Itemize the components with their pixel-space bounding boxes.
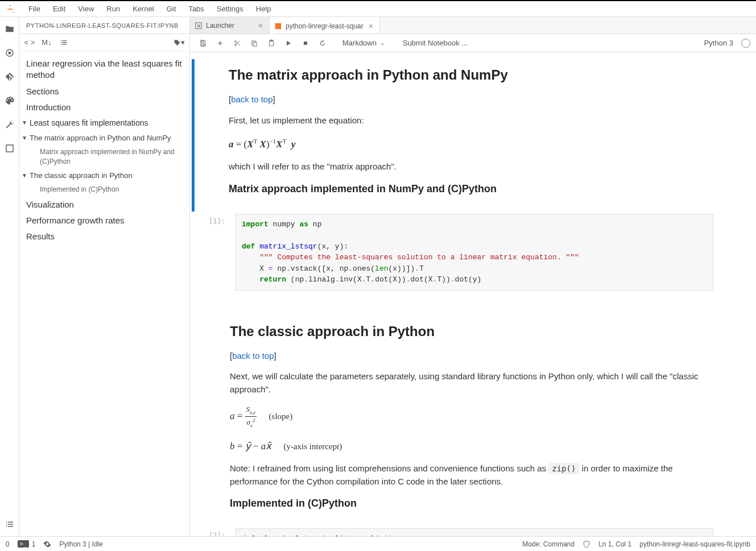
close-icon[interactable]: × [257,22,265,30]
paragraph: which I will refer to as the "matrix app… [229,160,712,173]
statusbar: 0 >_1 Python 3 | Idle Mode: Command Ln 1… [0,536,756,551]
status-problems[interactable]: 0 [6,540,10,548]
activity-bar [0,17,19,536]
caret-down-icon[interactable]: ▼ [19,118,30,127]
code-cell[interactable]: [1]: import numpy as np def matrix_lstsq… [190,213,756,292]
tab-label: python-linregr-least-squar [286,22,363,30]
toc-item[interactable]: Matrix approach implemented in NumPy and… [19,145,189,168]
heading-matrix-approach: The matrix approach in Python and NumPy [229,65,712,85]
copy-icon[interactable] [247,36,262,51]
svg-rect-13 [304,42,307,45]
markdown-cell[interactable]: The classic approach in Python [back to … [190,314,756,528]
menu-settings[interactable]: Settings [211,2,249,15]
toc-item[interactable]: Performance growth rates [19,213,189,229]
menu-view[interactable]: View [72,2,100,15]
heading-classic-approach: The classic approach in Python [230,321,713,342]
breadcrumb: PYTHON-LINREGR-LEAST-SQUARES-FIT.IPYNB [26,22,179,29]
toc-item[interactable]: ▼ The matrix approach in Python and NumP… [19,131,189,146]
paste-icon[interactable] [264,36,279,51]
status-terminals[interactable]: >_1 [18,540,36,548]
heading-classic-impl: Implemented in (C)Python [230,496,713,511]
palette-icon[interactable] [5,96,15,106]
shield-icon[interactable] [583,540,590,548]
tag-icon[interactable]: ▾ [173,37,185,48]
toc-title[interactable]: Linear regression via the least squares … [19,56,189,84]
content-area: Launcher × python-linregr-least-squar × [190,17,756,536]
toc-icon[interactable] [5,519,15,529]
toc-sections[interactable]: Sections [19,84,189,100]
paragraph: First, let us implement the equation: [229,114,712,127]
menu-help[interactable]: Help [250,2,277,15]
status-settings-icon[interactable] [43,540,51,548]
git-icon[interactable] [5,72,15,82]
tab-notebook[interactable]: python-linregr-least-squar × [270,17,380,34]
toc-item[interactable]: Visualization [19,197,189,213]
menu-file[interactable]: File [23,2,46,15]
tab-launcher[interactable]: Launcher × [190,17,270,34]
notebook-icon [274,22,282,30]
menu-git[interactable]: Git [161,2,182,15]
paragraph: Next, we will calculate the parameters s… [230,370,713,396]
status-cursor[interactable]: Ln 1, Col 1 [598,540,631,548]
menu-edit[interactable]: Edit [47,2,71,15]
status-mode[interactable]: Mode: Command [522,540,575,548]
status-filename[interactable]: python-linregr-least-squares-fit.ipynb [639,540,750,548]
toc-item[interactable]: Introduction [19,100,189,115]
folder-icon[interactable] [5,24,15,34]
save-icon[interactable] [196,36,210,51]
cell-type-select[interactable]: Markdown ⌄ [338,39,389,47]
code-input[interactable]: import numpy as np def matrix_lstsqr(x, … [236,214,713,291]
menu-tabs[interactable]: Tabs [183,2,209,15]
caret-down-icon[interactable]: ▼ [19,133,30,142]
kernel-status-icon[interactable] [741,39,750,48]
code-input[interactable]: def classic_lstsqr(x_list, y_list): """ … [236,528,713,536]
kernel-name[interactable]: Python 3 [704,39,733,47]
toc-item[interactable]: ▼ The classic approach in Python [19,168,189,183]
status-kernel[interactable]: Python 3 | Idle [59,540,103,548]
markdown-icon[interactable]: M↓ [41,37,52,48]
restart-icon[interactable] [315,36,330,51]
cut-icon[interactable] [230,36,245,51]
svg-rect-3 [8,52,11,55]
svg-rect-4 [6,145,13,152]
stop-icon[interactable] [298,36,313,51]
notebook-toolbar: Markdown ⌄ Submit Notebook ... Python 3 [190,34,756,52]
equation-intercept: b = ȳ − ax̄ (y-axis intercept) [230,439,713,454]
menu-kernel[interactable]: Kernel [127,2,160,15]
jupyter-logo [5,3,16,15]
wrench-icon[interactable] [5,119,15,130]
extension-icon[interactable] [5,143,15,154]
add-icon[interactable] [213,36,228,51]
svg-rect-6 [275,23,282,29]
menubar: File Edit View Run Kernel Git Tabs Setti… [0,1,756,17]
close-icon[interactable]: × [367,22,375,30]
code-cell[interactable]: [2]: def classic_lstsqr(x_list, y_list):… [190,527,756,536]
sidebar: PYTHON-LINREGR-LEAST-SQUARES-FIT.IPYNB <… [19,17,190,536]
tab-bar: Launcher × python-linregr-least-squar × [190,17,756,34]
toc-item[interactable]: Implemented in (C)Python [19,183,189,196]
paragraph: Note: I refrained from using list compre… [230,462,713,488]
back-to-top-link: [back to top] [229,93,712,106]
run-icon[interactable] [281,36,296,51]
menu-run[interactable]: Run [101,2,126,15]
expand-code-icon[interactable]: < > [24,37,35,48]
cell-prompt: [1]: [196,214,230,291]
heading-matrix-impl: Matrix approach implemented in NumPy and… [229,181,712,197]
numbered-list-icon[interactable] [58,37,69,48]
tab-label: Launcher [206,22,253,30]
equation-slope: a = Sx,yσx2 (slope) [230,404,713,430]
svg-point-1 [13,12,14,13]
toc-item[interactable]: ▼ Least squares fit implementations [19,115,189,131]
cell-prompt: [2]: [196,528,230,536]
caret-down-icon[interactable]: ▼ [19,171,30,180]
svg-rect-10 [253,42,257,46]
launcher-icon [195,22,203,30]
markdown-cell[interactable]: The matrix approach in Python and NumPy … [190,58,756,213]
submit-notebook-button[interactable]: Submit Notebook ... [403,39,468,47]
toc-item[interactable]: Results [19,229,189,245]
running-icon[interactable] [5,48,15,58]
chevron-down-icon: ⌄ [380,40,385,46]
svg-point-0 [10,5,11,6]
notebook-body[interactable]: The matrix approach in Python and NumPy … [190,52,756,536]
back-to-top-link: [back to top] [230,350,713,363]
